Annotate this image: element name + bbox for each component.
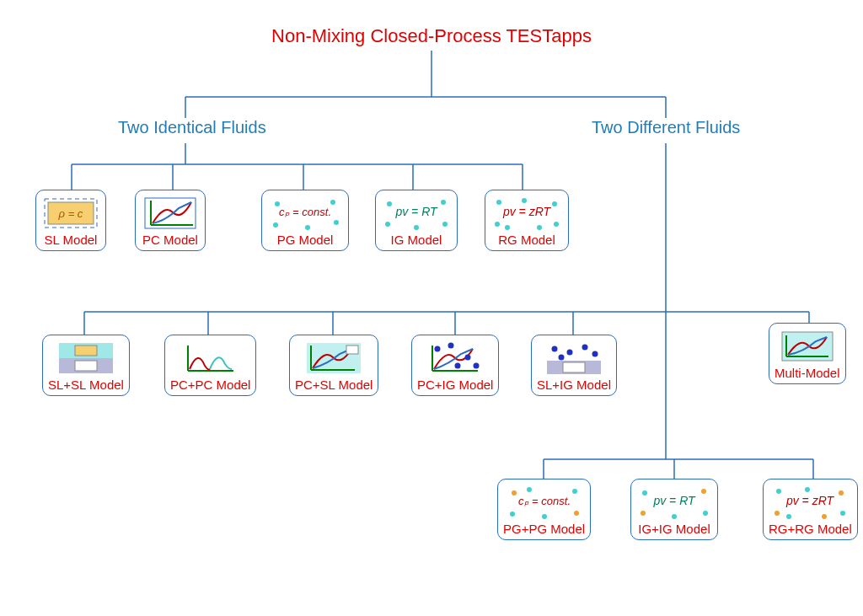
pcpc-icon xyxy=(181,340,240,376)
pcsl-icon xyxy=(304,340,363,376)
svg-point-91 xyxy=(776,489,781,494)
node-ig-model[interactable]: pv = RT IG Model xyxy=(375,190,458,251)
svg-point-95 xyxy=(786,514,791,519)
node-pcpc-model[interactable]: PC+PC Model xyxy=(164,335,256,396)
svg-point-70 xyxy=(455,363,461,369)
svg-point-74 xyxy=(566,350,572,356)
svg-point-88 xyxy=(703,511,708,516)
node-label: PC Model xyxy=(141,233,200,247)
svg-point-38 xyxy=(441,200,446,205)
svg-point-34 xyxy=(334,220,339,225)
svg-point-96 xyxy=(822,514,827,519)
node-slsl-model[interactable]: SL+SL Model xyxy=(42,335,130,396)
igig-icon: pv = RT xyxy=(636,485,712,520)
svg-point-86 xyxy=(701,489,706,494)
svg-rect-63 xyxy=(346,345,358,354)
svg-point-41 xyxy=(414,225,419,230)
svg-text:cₚ = const.: cₚ = const. xyxy=(279,206,331,218)
node-label: PG+PG Model xyxy=(503,522,585,536)
svg-text:pv = zRT: pv = zRT xyxy=(785,494,835,507)
node-multi-model[interactable]: Multi-Model xyxy=(769,323,846,384)
svg-point-68 xyxy=(465,355,471,361)
node-pgpg-model[interactable]: cₚ = const. PG+PG Model xyxy=(497,479,591,540)
node-label: SL+SL Model xyxy=(48,378,124,392)
pc-icon xyxy=(141,196,200,231)
svg-rect-28 xyxy=(145,198,196,228)
node-label: PC+PC Model xyxy=(170,378,250,392)
svg-text:ρ = c: ρ = c xyxy=(58,207,83,220)
svg-point-93 xyxy=(775,511,780,516)
slig-icon xyxy=(544,340,603,376)
svg-point-40 xyxy=(442,222,448,227)
svg-point-83 xyxy=(527,487,532,492)
svg-rect-57 xyxy=(75,361,97,371)
node-pcig-model[interactable]: PC+IG Model xyxy=(411,335,499,396)
svg-point-35 xyxy=(305,225,310,230)
svg-point-79 xyxy=(572,489,577,494)
svg-point-37 xyxy=(387,201,392,206)
svg-text:pv = RT: pv = RT xyxy=(652,494,696,507)
svg-point-44 xyxy=(552,201,557,206)
node-label: SL Model xyxy=(41,233,100,247)
svg-point-43 xyxy=(496,200,501,205)
svg-point-85 xyxy=(642,490,647,495)
category-different: Two Different Fluids xyxy=(592,118,740,137)
svg-point-39 xyxy=(385,222,390,227)
node-pcsl-model[interactable]: PC+SL Model xyxy=(289,335,378,396)
svg-point-77 xyxy=(558,355,564,361)
pcig-icon xyxy=(426,340,485,376)
node-pg-model[interactable]: cₚ = const. PG Model xyxy=(261,190,349,251)
node-label: Multi-Model xyxy=(775,366,840,380)
node-rg-model[interactable]: pv = zRT RG Model xyxy=(485,190,569,251)
svg-point-82 xyxy=(542,514,547,519)
svg-point-47 xyxy=(505,225,510,230)
svg-point-66 xyxy=(435,346,441,352)
svg-text:pv = RT: pv = RT xyxy=(394,205,438,218)
node-label: SL+IG Model xyxy=(537,378,611,392)
svg-point-81 xyxy=(574,511,579,516)
svg-point-78 xyxy=(512,490,517,495)
svg-point-80 xyxy=(510,512,515,517)
svg-point-67 xyxy=(448,343,454,349)
svg-point-87 xyxy=(641,511,646,516)
node-pc-model[interactable]: PC Model xyxy=(135,190,206,251)
svg-text:cₚ = const.: cₚ = const. xyxy=(518,495,571,507)
node-rgrg-model[interactable]: pv = zRT RG+RG Model xyxy=(763,479,858,540)
svg-rect-72 xyxy=(563,362,585,372)
svg-point-49 xyxy=(522,198,527,203)
svg-rect-56 xyxy=(75,345,97,356)
pgpg-icon: cₚ = const. xyxy=(504,485,585,520)
connector-lines xyxy=(0,0,863,616)
svg-point-76 xyxy=(592,351,598,357)
slsl-icon xyxy=(56,340,115,376)
svg-point-94 xyxy=(840,511,845,516)
svg-text:pv = zRT: pv = zRT xyxy=(502,205,552,218)
rgrg-icon: pv = zRT xyxy=(770,485,850,520)
node-slig-model[interactable]: SL+IG Model xyxy=(531,335,617,396)
node-igig-model[interactable]: pv = RT IG+IG Model xyxy=(630,479,718,540)
svg-point-48 xyxy=(537,225,542,230)
node-sl-model[interactable]: ρ = c SL Model xyxy=(35,190,106,251)
node-label: IG+IG Model xyxy=(636,522,712,536)
page-title: Non-Mixing Closed-Process TESTapps xyxy=(0,25,863,47)
node-label: PC+IG Model xyxy=(417,378,493,392)
svg-point-45 xyxy=(495,222,500,227)
svg-point-73 xyxy=(551,346,557,352)
multi-icon xyxy=(778,329,837,364)
ig-icon: pv = RT xyxy=(381,196,452,231)
category-identical: Two Identical Fluids xyxy=(118,118,266,137)
node-label: PC+SL Model xyxy=(295,378,373,392)
svg-point-97 xyxy=(805,487,810,492)
svg-point-69 xyxy=(474,363,480,369)
node-label: PG Model xyxy=(267,233,343,247)
rg-icon: pv = zRT xyxy=(490,196,563,231)
pg-icon: cₚ = const. xyxy=(267,196,343,231)
svg-point-89 xyxy=(672,514,677,519)
svg-point-32 xyxy=(330,200,335,205)
svg-point-46 xyxy=(554,222,559,227)
node-label: IG Model xyxy=(381,233,452,247)
svg-point-75 xyxy=(582,345,587,351)
node-label: RG+RG Model xyxy=(769,522,852,536)
svg-point-92 xyxy=(839,490,844,495)
node-label: RG Model xyxy=(490,233,563,247)
